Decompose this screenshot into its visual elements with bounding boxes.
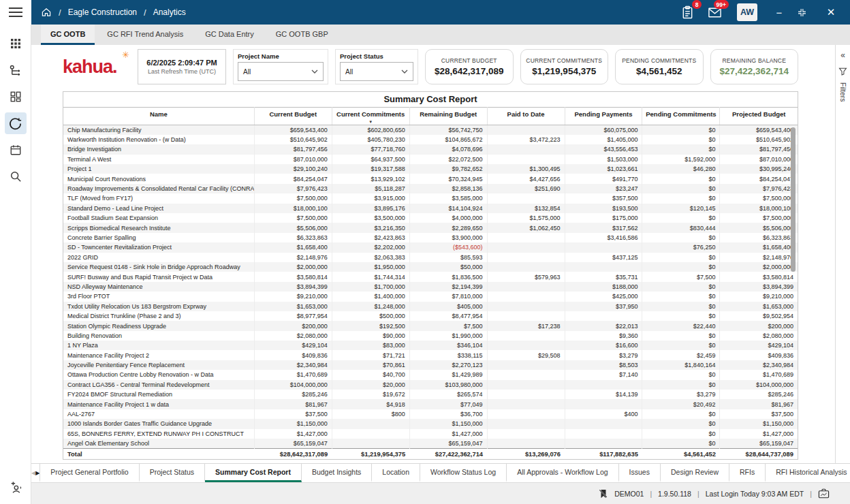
cell-value: $1,592,000	[642, 155, 720, 164]
cell-value: $65,159,047	[720, 439, 798, 448]
column-header-current-commitments[interactable]: Current Commitments▼	[332, 108, 409, 125]
cell-value: $2,270,123	[409, 360, 487, 370]
messages-button[interactable]: 99+	[706, 3, 723, 21]
breadcrumb-app[interactable]: Eagle Construction	[68, 7, 137, 17]
cell-value: $103,980,000	[409, 380, 487, 390]
cell-name: Station Olympic Readiness Upgrade	[63, 321, 254, 330]
tasks-button[interactable]: 8	[678, 3, 696, 21]
cell-value: $132,854	[487, 204, 565, 213]
cell-value: $0	[642, 429, 720, 439]
cell-value: $70,861	[332, 360, 409, 370]
sheet-tab-design-review[interactable]: Design Review	[661, 464, 729, 482]
cell-value	[487, 419, 565, 428]
column-header-paid-to-date[interactable]: Paid to Date	[487, 108, 565, 125]
sheet-tab-location[interactable]: Location	[372, 464, 420, 482]
report-tab-gc-ootb[interactable]: GC OOTB	[41, 25, 95, 45]
breadcrumb-page[interactable]: Analytics	[153, 7, 186, 17]
project-name-dropdown[interactable]: All	[238, 62, 324, 81]
project-status-dropdown[interactable]: All	[340, 62, 413, 81]
cell-value: $0	[642, 262, 720, 272]
cell-value: $56,742,750	[409, 125, 487, 135]
cell-value	[565, 399, 642, 409]
table-scrollbar[interactable]	[791, 127, 796, 272]
cell-value	[487, 429, 565, 439]
sheet-tab-rfis[interactable]: RFIs	[729, 464, 766, 482]
table-row: 3rd Floor PTOT$9,210,000$1,400,000$7,810…	[63, 292, 798, 301]
table-row: Scripps Biomedical Research Institute$5,…	[63, 223, 798, 232]
report-tab-gc-ootb-gbp[interactable]: GC OOTB GBP	[266, 25, 338, 45]
cell-name: Scripps Biomedical Research Institute	[63, 223, 254, 232]
calendar-icon[interactable]	[5, 139, 27, 161]
sheet-tab-project-general-portfolio[interactable]: Project General Portfolio	[40, 464, 139, 482]
cell-name: Municipal Court Renovations	[63, 174, 254, 183]
cell-value: $120,145	[642, 204, 720, 213]
expand-filters-button[interactable]: «	[840, 50, 845, 60]
home-icon[interactable]	[41, 7, 52, 18]
hierarchy-icon[interactable]	[5, 59, 27, 81]
sheet-tab-budget-insights[interactable]: Budget Insights	[302, 464, 372, 482]
cell-value: $90,000	[332, 331, 409, 341]
cell-value: $1,503,000	[565, 155, 642, 164]
hamburger-menu-button[interactable]	[0, 0, 31, 25]
sheet-tab-rfi-historical-analysis[interactable]: RFI Historical Analysis	[766, 464, 850, 482]
column-header-name[interactable]: Name	[63, 108, 254, 125]
cell-value	[565, 380, 642, 390]
column-header-pending-commitments[interactable]: Pending Commitments	[642, 108, 720, 125]
sheet-tab-workflow-status-log[interactable]: Workflow Status Log	[420, 464, 507, 482]
cell-value: $7,810,000	[409, 292, 487, 301]
cell-value: $2,459	[642, 350, 720, 360]
kpi-value: $28,642,317,089	[435, 66, 503, 76]
sheet-tab-all-approvals-workflow-log[interactable]: All Approvals - Workflow Log	[507, 464, 618, 482]
column-header-current-budget[interactable]: Current Budget	[254, 108, 332, 125]
cell-value: $4,000,000	[409, 213, 487, 223]
sheet-tab-summary-cost-report[interactable]: Summary Cost Report	[205, 464, 302, 482]
column-header-projected-budget[interactable]: Projected Budget	[720, 108, 798, 125]
cell-value: $1,653,000	[254, 302, 332, 311]
cell-name: SURF! Busway and Bus Rapid Transit Proje…	[63, 272, 254, 281]
sheet-tab-issues[interactable]: Issues	[619, 464, 661, 482]
table-row: Chip Manufacturing Facility$659,543,400$…	[63, 125, 798, 135]
cell-value: $0	[642, 144, 720, 154]
cell-value: ($543,600)	[409, 242, 487, 252]
add-user-icon[interactable]	[5, 477, 27, 499]
report-title: Summary Cost Report	[63, 92, 798, 107]
cell-value: $22,072,500	[409, 155, 487, 164]
cell-value: $18,000,100	[254, 204, 332, 213]
column-header-remaining-budget[interactable]: Remaining Budget	[409, 108, 487, 125]
cell-value: $30,995,240	[720, 164, 798, 174]
cell-value: $84,254,047	[254, 174, 332, 183]
column-header-pending-payments[interactable]: Pending Payments	[565, 108, 642, 125]
briefcase-chart-icon[interactable]	[818, 488, 830, 499]
cell-value	[487, 311, 565, 321]
restore-window-button[interactable]	[797, 7, 813, 18]
filter-funnel-icon	[838, 67, 847, 76]
cell-value: $22,440	[642, 321, 720, 330]
table-total-row: Total$28,642,317,089$1,219,954,375$27,42…	[63, 448, 798, 459]
cell-name: SD - Towncenter Revitalization Project	[63, 242, 254, 252]
cell-value: $317,562	[565, 223, 642, 232]
cell-name: Contract LGA356 - Central Terminal Redev…	[63, 380, 254, 390]
cell-value: $1,427,000	[409, 429, 487, 439]
cell-value: $1,150,000	[254, 419, 332, 428]
table-row: Roadway Improvements & Consolidated Rent…	[63, 184, 798, 193]
apps-grid-icon[interactable]	[5, 33, 27, 54]
dashboard-icon[interactable]	[5, 86, 27, 108]
close-button[interactable]: ✕	[823, 6, 839, 18]
cell-value: $6,323,863	[720, 233, 798, 242]
cell-value	[487, 155, 565, 164]
report-tab-gc-data-entry[interactable]: GC Data Entry	[195, 25, 264, 45]
cell-value: $81,797,456	[720, 144, 798, 154]
sheet-tab-project-status[interactable]: Project Status	[140, 464, 205, 482]
user-avatar[interactable]: AW	[737, 3, 757, 21]
cell-value: $0	[642, 419, 720, 428]
table-row: Municipal Court Renovations$84,254,047$1…	[63, 174, 798, 183]
minimize-button[interactable]: −	[771, 7, 787, 18]
sync-icon[interactable]	[5, 112, 27, 134]
search-icon[interactable]	[5, 166, 27, 187]
cell-value: $0	[642, 439, 720, 448]
cell-value	[487, 262, 565, 272]
cell-value: $20,492	[642, 399, 720, 409]
report-tab-gc-rfi-trend-analysis[interactable]: GC RFI Trend Analysis	[97, 25, 193, 45]
cell-value: $510,645,902	[720, 135, 798, 144]
cell-value: $429,104	[720, 341, 798, 350]
